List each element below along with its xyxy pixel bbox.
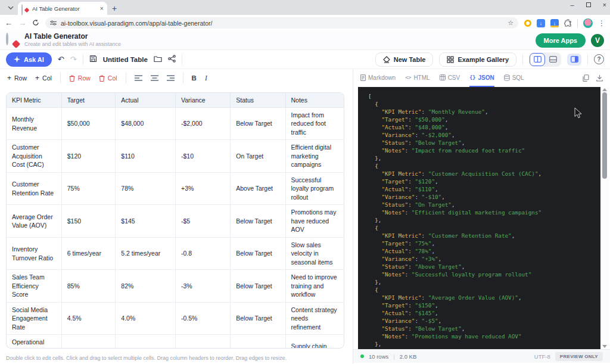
scroll-down-arrow-icon[interactable] bbox=[602, 345, 607, 348]
tab-sql[interactable]: SQL bbox=[504, 69, 524, 87]
table-cell[interactable]: Above Target bbox=[231, 172, 285, 204]
column-header[interactable]: KPI Metric bbox=[7, 93, 61, 108]
table-cell[interactable]: On Target bbox=[231, 140, 285, 172]
browser-tab[interactable]: AI Table Generator × bbox=[18, 2, 107, 15]
user-avatar[interactable]: V bbox=[591, 34, 604, 47]
table-cell[interactable]: $145 bbox=[116, 205, 176, 237]
table-cell[interactable]: Slow sales velocity in seasonal items bbox=[285, 237, 344, 269]
align-right-button[interactable] bbox=[167, 75, 175, 81]
copy-icon[interactable] bbox=[583, 74, 589, 82]
delete-col-button[interactable]: Col bbox=[99, 74, 117, 82]
table-cell[interactable]: $48,000 bbox=[116, 108, 176, 140]
table-cell[interactable]: Operational Efficiency Score bbox=[7, 335, 61, 349]
table-cell[interactable]: Efficient digital marketing campaigns bbox=[285, 140, 344, 172]
undo-button[interactable]: ↶ bbox=[58, 55, 64, 63]
table-cell[interactable]: Customer Retention Rate bbox=[7, 172, 61, 204]
url-text[interactable]: ai-toolbox.visual-paradigm.com/app/ai-ta… bbox=[61, 20, 503, 27]
bold-button[interactable]: B bbox=[192, 74, 197, 82]
extensions-puzzle-icon[interactable] bbox=[564, 19, 572, 27]
back-button[interactable]: ← bbox=[5, 19, 13, 27]
table-cell[interactable]: Below Target bbox=[231, 302, 285, 334]
add-col-button[interactable]: + Col bbox=[35, 74, 52, 82]
extension-install-icon[interactable]: ↓ bbox=[550, 19, 559, 27]
split-vertical-view-button[interactable] bbox=[530, 54, 544, 66]
table-cell[interactable]: Supply chain delays observed bbox=[285, 335, 344, 349]
window-close-button[interactable]: × bbox=[603, 1, 606, 8]
tab-close-icon[interactable]: × bbox=[100, 5, 104, 12]
align-center-button[interactable] bbox=[151, 75, 158, 81]
table-cell[interactable]: Average Order Value (AOV) bbox=[7, 205, 61, 237]
json-code[interactable]: [ { "KPI Metric": "Monthly Revenue", "Ta… bbox=[358, 87, 600, 349]
delete-row-button[interactable]: Row bbox=[69, 74, 91, 82]
table-cell[interactable]: 82% bbox=[116, 270, 176, 302]
table-cell[interactable]: -$5 bbox=[176, 205, 231, 237]
table-cell[interactable]: Inventory Turnover Ratio bbox=[7, 237, 61, 269]
table-row[interactable]: Customer Acquisition Cost (CAC)$120$110-… bbox=[7, 140, 344, 172]
table-cell[interactable]: $120 bbox=[61, 140, 116, 172]
table-cell[interactable]: 6 times/year bbox=[61, 237, 116, 269]
data-table[interactable]: KPI MetricTargetActualVarianceStatusNote… bbox=[7, 93, 344, 349]
table-cell[interactable]: -2% bbox=[176, 335, 231, 349]
column-header[interactable]: Notes bbox=[285, 93, 344, 108]
ask-ai-button[interactable]: Ask AI bbox=[6, 52, 52, 67]
column-header[interactable]: Variance bbox=[176, 93, 231, 108]
save-icon[interactable] bbox=[89, 55, 97, 64]
table-cell[interactable]: 78% bbox=[116, 172, 176, 204]
tab-csv[interactable]: CSV bbox=[440, 69, 460, 87]
profile-avatar[interactable] bbox=[583, 18, 593, 28]
table-cell[interactable]: Monthly Revenue bbox=[7, 108, 61, 140]
table-cell[interactable]: Need to improve training and workflow bbox=[285, 270, 344, 302]
window-maximize-button[interactable] bbox=[586, 2, 591, 7]
scroll-up-arrow-icon[interactable] bbox=[602, 88, 607, 91]
scrollbar-thumb[interactable] bbox=[602, 92, 607, 179]
table-header-row[interactable]: KPI MetricTargetActualVarianceStatusNote… bbox=[7, 93, 344, 108]
table-cell[interactable]: 85% bbox=[61, 270, 116, 302]
table-cell[interactable]: Social Media Engagement Rate bbox=[7, 302, 61, 334]
table-cell[interactable]: $50,000 bbox=[61, 108, 116, 140]
add-row-button[interactable]: + Row bbox=[7, 74, 27, 82]
table-row[interactable]: Social Media Engagement Rate4.5%4.0%-0.5… bbox=[7, 302, 344, 334]
window-minimize-button[interactable]: – bbox=[570, 1, 574, 8]
extension-yellow-icon[interactable] bbox=[524, 20, 531, 27]
table-cell[interactable]: 90% bbox=[61, 335, 116, 349]
code-scrollbar[interactable] bbox=[600, 87, 609, 349]
table-row[interactable]: Inventory Turnover Ratio6 times/year5.2 … bbox=[7, 237, 344, 269]
table-row[interactable]: Sales Team Efficiency Score85%82%-3%Belo… bbox=[7, 270, 344, 302]
table-row[interactable]: Monthly Revenue$50,000$48,000-$2,000Belo… bbox=[7, 108, 344, 140]
extension-download-icon[interactable]: ↓ bbox=[537, 19, 545, 27]
table-cell[interactable]: -$10 bbox=[176, 140, 231, 172]
example-gallery-button[interactable]: Example Gallery bbox=[439, 52, 516, 67]
table-cell[interactable]: Below Target bbox=[231, 237, 285, 269]
table-cell[interactable]: Below Target bbox=[231, 108, 285, 140]
table-cell[interactable]: 5.2 times/year bbox=[116, 237, 176, 269]
tab-markdown[interactable]: Markdown bbox=[360, 69, 396, 87]
tab-html[interactable]: <> HTML bbox=[405, 69, 430, 87]
column-header[interactable]: Target bbox=[61, 93, 116, 108]
table-cell[interactable]: Customer Acquisition Cost (CAC) bbox=[7, 140, 61, 172]
new-table-button[interactable]: New Table bbox=[375, 52, 434, 67]
table-cell[interactable]: 75% bbox=[61, 172, 116, 204]
table-cell[interactable]: -$2,000 bbox=[176, 108, 231, 140]
table-cell[interactable]: Promotions may have reduced AOV bbox=[285, 205, 344, 237]
table-cell[interactable]: $150 bbox=[61, 205, 116, 237]
table-row[interactable]: Average Order Value (AOV)$150$145-$5Belo… bbox=[7, 205, 344, 237]
json-preview-panel[interactable]: [ { "KPI Metric": "Monthly Revenue", "Ta… bbox=[358, 87, 609, 349]
forward-button[interactable]: → bbox=[18, 19, 26, 27]
table-cell[interactable]: 4.0% bbox=[116, 302, 176, 334]
document-title[interactable]: Untitled Table bbox=[103, 56, 148, 63]
column-header[interactable]: Status bbox=[231, 93, 285, 108]
table-cell[interactable]: +3% bbox=[176, 172, 231, 204]
table-cell[interactable]: -3% bbox=[176, 270, 231, 302]
table-cell[interactable]: -0.5% bbox=[176, 302, 231, 334]
open-folder-icon[interactable] bbox=[154, 55, 162, 64]
table-cell[interactable]: -0.8 bbox=[176, 237, 231, 269]
table-cell[interactable]: 4.5% bbox=[61, 302, 116, 334]
reload-button[interactable] bbox=[32, 19, 39, 27]
download-icon[interactable] bbox=[596, 74, 603, 82]
table-cell[interactable]: Impact from reduced foot traffic bbox=[285, 108, 344, 140]
help-button[interactable]: ? bbox=[594, 54, 604, 64]
table-cell[interactable]: Successful loyalty program rollout bbox=[285, 172, 344, 204]
tab-json[interactable]: {} JSON bbox=[469, 69, 494, 87]
table-cell[interactable]: Content strategy needs refinement bbox=[285, 302, 344, 334]
redo-button[interactable]: ↷ bbox=[70, 55, 77, 63]
